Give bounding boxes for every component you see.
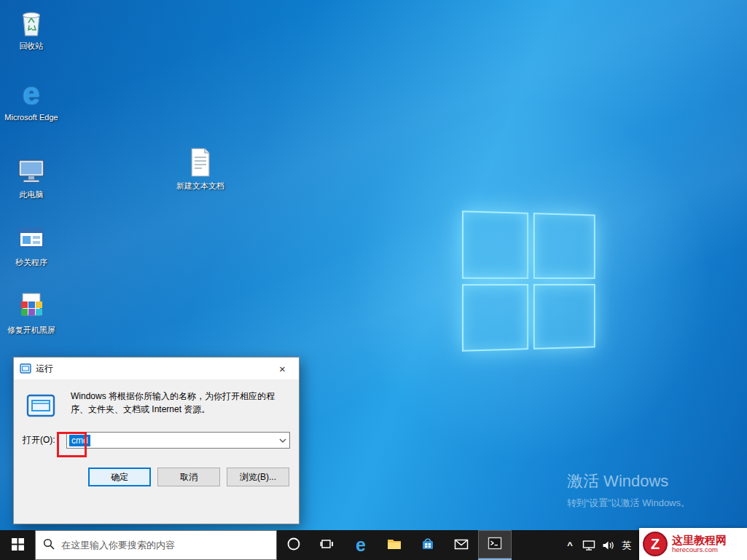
mail-icon — [454, 538, 469, 553]
ime-indicator[interactable]: 英 — [617, 530, 636, 560]
dialog-buttons: 确定 取消 浏览(B)... — [23, 468, 290, 486]
task-view-icon — [320, 537, 335, 553]
recycle-bin-icon — [4, 6, 58, 39]
activation-line1: 激活 Windows — [567, 470, 690, 492]
network-icon[interactable] — [579, 530, 598, 560]
command-prompt-icon — [488, 536, 502, 553]
ok-button[interactable]: 确定 — [88, 468, 151, 486]
windows-start-icon — [12, 538, 24, 553]
system-tray: ^ 英 — [560, 530, 636, 560]
cortana-icon — [286, 537, 301, 553]
tray-show-hidden-button[interactable]: ^ — [560, 530, 579, 560]
run-command-combobox[interactable]: cmd — [66, 432, 290, 449]
taskbar-edge-button[interactable]: e — [344, 530, 378, 560]
edge-icon: e — [356, 536, 366, 554]
computer-icon — [4, 154, 58, 188]
windows-logo-pane — [462, 284, 528, 352]
desktop-icon-label: 秒关程序 — [4, 258, 58, 267]
desktop-icon-quick-close-program[interactable]: 秒关程序 — [4, 222, 58, 267]
mosaic-tool-icon — [4, 290, 58, 323]
start-button[interactable] — [0, 530, 35, 560]
site-name: 这里教程网 — [672, 534, 727, 546]
run-dialog-titlebar[interactable]: 运行 × — [14, 358, 299, 379]
open-label: 打开(O): — [23, 434, 66, 446]
folder-icon — [386, 537, 402, 553]
cortana-button[interactable] — [277, 530, 310, 560]
run-dialog: 运行 × Windows 将根据你所输入的名称，为你打开相应的程序、文件夹、文档… — [13, 357, 300, 524]
run-icon — [26, 393, 56, 423]
site-logo-icon: Z — [643, 532, 668, 556]
close-icon: × — [279, 363, 286, 375]
site-watermark: Z 这里教程网 herecours.com — [639, 528, 747, 560]
windows-logo-pane — [533, 213, 595, 278]
file-explorer-button[interactable] — [378, 530, 411, 560]
chevron-down-icon[interactable] — [276, 433, 289, 448]
store-button[interactable] — [411, 530, 445, 560]
search-placeholder: 在这里输入你要搜索的内容 — [61, 539, 175, 552]
run-dialog-description: Windows 将根据你所输入的名称，为你打开相应的程序、文件夹、文档或 Int… — [71, 390, 289, 416]
desktop-icon-label: Microsoft Edge — [4, 113, 58, 122]
desktop-icon-fix-black-screen[interactable]: 修复开机黑屏 — [4, 290, 58, 335]
desktop-icon-new-text-document[interactable]: 新建文本文档 — [173, 146, 227, 191]
desktop-icon-label: 修复开机黑屏 — [4, 326, 58, 335]
text-document-icon — [173, 146, 227, 179]
windows-logo-pane — [462, 210, 528, 278]
run-dialog-title: 运行 — [36, 363, 266, 375]
desktop-icon-recycle-bin[interactable]: 回收站 — [4, 6, 58, 51]
taskbar-search[interactable]: 在这里输入你要搜索的内容 — [35, 530, 277, 560]
app-window-icon — [4, 222, 58, 256]
edge-icon: e — [4, 77, 58, 111]
volume-icon[interactable] — [598, 530, 617, 560]
store-icon — [421, 537, 435, 553]
run-command-value: cmd — [69, 435, 90, 446]
cancel-button[interactable]: 取消 — [157, 468, 220, 486]
task-view-button[interactable] — [310, 530, 344, 560]
desktop-icon-this-pc[interactable]: 此电脑 — [4, 154, 58, 200]
run-dialog-title-icon — [20, 363, 31, 374]
desktop-icon-label: 此电脑 — [4, 190, 58, 200]
desktop: 回收站 e Microsoft Edge 此电脑 — [0, 0, 747, 530]
close-button[interactable]: × — [266, 358, 299, 379]
mail-button[interactable] — [445, 530, 478, 560]
windows-logo-wallpaper — [462, 210, 595, 352]
activation-watermark: 激活 Windows 转到“设置”以激活 Windows。 — [567, 470, 690, 510]
desktop-icon-microsoft-edge[interactable]: e Microsoft Edge — [4, 77, 58, 122]
run-dialog-body: Windows 将根据你所输入的名称，为你打开相应的程序、文件夹、文档或 Int… — [14, 379, 299, 486]
desktop-icon-label: 新建文本文档 — [173, 181, 227, 191]
cmd-button[interactable] — [478, 530, 512, 560]
site-url: herecours.com — [672, 546, 727, 554]
desktop-icon-label: 回收站 — [4, 42, 58, 51]
browse-button[interactable]: 浏览(B)... — [227, 468, 289, 486]
taskbar: 在这里输入你要搜索的内容 e — [0, 530, 747, 560]
open-row: 打开(O): cmd — [23, 432, 290, 449]
taskbar-left: 在这里输入你要搜索的内容 e — [0, 530, 512, 560]
windows-logo-pane — [533, 283, 595, 349]
search-icon — [43, 538, 55, 553]
activation-line2: 转到“设置”以激活 Windows。 — [567, 497, 690, 510]
edge-letter: e — [23, 78, 39, 110]
